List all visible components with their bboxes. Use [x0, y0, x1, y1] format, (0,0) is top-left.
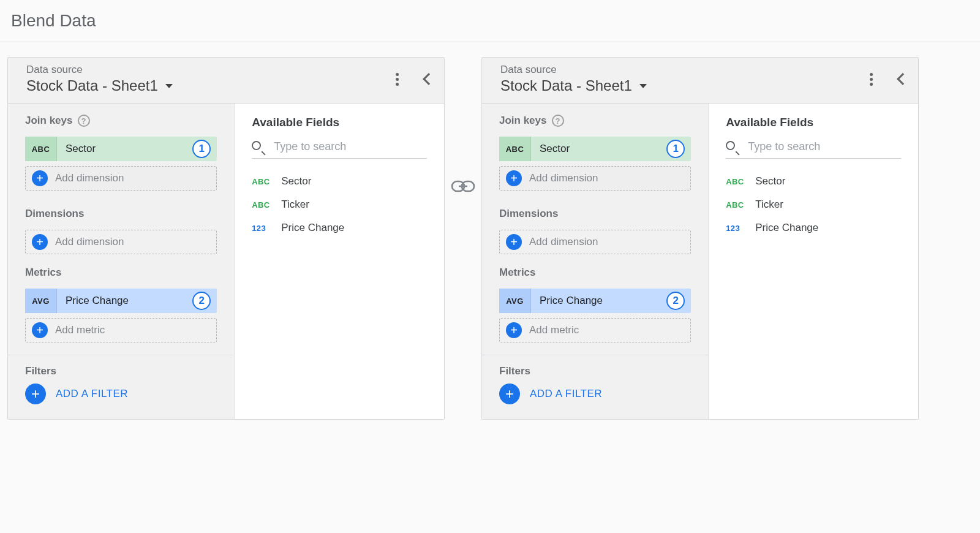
available-field[interactable]: ABC Sector	[252, 170, 427, 193]
available-fields-column: Available Fields ABC Sector ABC Ticker 1…	[709, 104, 918, 419]
data-source-name: Stock Data - Sheet1	[26, 77, 158, 94]
filters-heading: Filters	[499, 365, 530, 377]
callout-badge-2: 2	[666, 292, 685, 310]
join-key-label: Sector	[57, 143, 192, 155]
add-join-key-button[interactable]: + Add dimension	[25, 166, 217, 191]
caret-down-icon	[639, 84, 647, 88]
join-keys-section: Join keys ? ABC Sector 1 + Add dimension	[8, 104, 234, 203]
field-type-icon: 123	[726, 224, 744, 233]
caret-down-icon	[165, 84, 173, 88]
filters-section: Filters + ADD A FILTER	[8, 355, 234, 419]
collapse-panel-button[interactable]	[897, 73, 909, 85]
field-label: Price Change	[281, 222, 344, 234]
available-fields-heading: Available Fields	[252, 116, 427, 129]
plus-icon: +	[32, 234, 48, 250]
more-options-button[interactable]	[866, 69, 876, 89]
dimensions-section: Dimensions + Add dimension	[8, 203, 234, 266]
dimensions-section: Dimensions + Add dimension	[482, 203, 708, 266]
available-field[interactable]: ABC Sector	[726, 170, 901, 193]
available-fields-column: Available Fields ABC Sector ABC Ticker 1…	[235, 104, 444, 419]
data-source-name: Stock Data - Sheet1	[500, 77, 632, 94]
field-type-icon: ABC	[252, 177, 270, 186]
metrics-section: Metrics AVG Price Change 2 + Add metric	[8, 266, 234, 355]
join-keys-heading: Join keys	[499, 115, 547, 127]
field-label: Sector	[281, 175, 311, 187]
field-type-icon: ABC	[726, 177, 744, 186]
add-filter-button[interactable]: + ADD A FILTER	[25, 384, 217, 404]
data-source-panel: Data source Stock Data - Sheet1 Join key…	[481, 57, 919, 420]
fields-search[interactable]	[252, 140, 427, 159]
config-column: Join keys ? ABC Sector 1 + Add dimension	[8, 104, 235, 419]
panel-header: Data source Stock Data - Sheet1	[482, 58, 918, 104]
available-fields-heading: Available Fields	[726, 116, 901, 129]
add-filter-button[interactable]: + ADD A FILTER	[499, 384, 691, 404]
available-field[interactable]: ABC Ticker	[726, 193, 901, 216]
field-type-icon: ABC	[252, 200, 270, 210]
dimensions-heading: Dimensions	[25, 208, 84, 220]
available-field[interactable]: 123 Price Change	[726, 216, 901, 240]
fields-search[interactable]	[726, 140, 901, 159]
add-dimension-button[interactable]: + Add dimension	[25, 230, 217, 254]
help-icon[interactable]: ?	[552, 115, 564, 127]
search-input[interactable]	[274, 140, 427, 153]
callout-badge-1: 1	[192, 140, 211, 158]
join-key-chip[interactable]: ABC Sector 1	[499, 137, 691, 161]
data-source-label: Data source	[26, 64, 392, 76]
metrics-heading: Metrics	[25, 266, 62, 279]
join-keys-section: Join keys ? ABC Sector 1 + Add dimension	[482, 104, 708, 203]
metric-label: Price Change	[57, 295, 192, 307]
plus-icon: +	[25, 384, 46, 404]
join-link-icon	[445, 57, 481, 193]
data-source-panel: Data source Stock Data - Sheet1 Join key…	[7, 57, 445, 420]
field-type-abc: ABC	[25, 137, 57, 161]
metric-chip[interactable]: AVG Price Change 2	[499, 289, 691, 313]
plus-icon: +	[506, 234, 522, 250]
dimensions-heading: Dimensions	[499, 208, 558, 220]
data-source-selector[interactable]: Stock Data - Sheet1	[26, 77, 173, 94]
field-type-avg: AVG	[25, 289, 57, 313]
help-icon[interactable]: ?	[78, 115, 90, 127]
plus-icon: +	[506, 170, 522, 186]
filters-section: Filters + ADD A FILTER	[482, 355, 708, 419]
plus-icon: +	[506, 322, 522, 338]
field-label: Ticker	[281, 198, 309, 211]
add-dimension-button[interactable]: + Add dimension	[499, 230, 691, 254]
field-type-avg: AVG	[499, 289, 531, 313]
plus-icon: +	[32, 322, 48, 338]
available-field[interactable]: 123 Price Change	[252, 216, 427, 240]
search-icon	[726, 141, 738, 153]
field-label: Sector	[755, 175, 785, 187]
field-label: Price Change	[755, 222, 818, 234]
field-type-icon: ABC	[726, 200, 744, 210]
config-column: Join keys ? ABC Sector 1 + Add dimension	[482, 104, 709, 419]
more-options-button[interactable]	[392, 69, 402, 89]
metric-label: Price Change	[531, 295, 666, 307]
available-field[interactable]: ABC Ticker	[252, 193, 427, 216]
join-key-label: Sector	[531, 143, 666, 155]
plus-icon: +	[499, 384, 520, 404]
search-input[interactable]	[748, 140, 901, 153]
metric-chip[interactable]: AVG Price Change 2	[25, 289, 217, 313]
field-label: Ticker	[755, 198, 783, 211]
panel-header: Data source Stock Data - Sheet1	[8, 58, 444, 104]
search-icon	[252, 141, 264, 153]
data-source-selector[interactable]: Stock Data - Sheet1	[500, 77, 647, 94]
panels-row: Data source Stock Data - Sheet1 Join key…	[0, 42, 980, 434]
join-keys-heading: Join keys	[25, 115, 73, 127]
join-key-chip[interactable]: ABC Sector 1	[25, 137, 217, 161]
plus-icon: +	[32, 170, 48, 186]
callout-badge-2: 2	[192, 292, 211, 310]
field-type-abc: ABC	[499, 137, 531, 161]
callout-badge-1: 1	[666, 140, 685, 158]
filters-heading: Filters	[25, 365, 56, 377]
page-title: Blend Data	[0, 0, 980, 42]
field-type-icon: 123	[252, 224, 270, 233]
data-source-label: Data source	[500, 64, 866, 76]
collapse-panel-button[interactable]	[423, 73, 435, 85]
add-join-key-button[interactable]: + Add dimension	[499, 166, 691, 191]
add-metric-button[interactable]: + Add metric	[25, 318, 217, 342]
metrics-heading: Metrics	[499, 266, 536, 279]
metrics-section: Metrics AVG Price Change 2 + Add metric	[482, 266, 708, 355]
add-metric-button[interactable]: + Add metric	[499, 318, 691, 342]
